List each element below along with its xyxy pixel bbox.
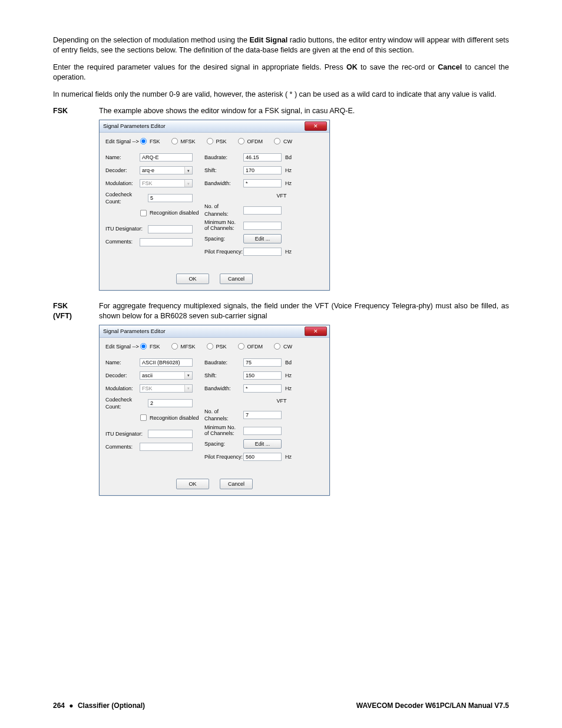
baudrate-input[interactable]: 75	[243, 358, 282, 367]
edit-spacing-button[interactable]: Edit ...	[243, 439, 282, 449]
modulation-label: Modulation:	[105, 180, 140, 187]
baudrate-label: Baudrate:	[204, 359, 243, 366]
minchannels-input[interactable]	[243, 427, 282, 435]
pilot-input[interactable]: 560	[243, 453, 282, 461]
codecheck-input[interactable]: 2	[148, 399, 193, 407]
cancel-button[interactable]: Cancel	[220, 274, 253, 284]
modulation-select[interactable]: FSK▾	[140, 179, 193, 187]
ok-button[interactable]: OK	[176, 479, 209, 489]
radio-cw-label: CW	[283, 138, 292, 145]
radio-cw[interactable]: CW	[273, 342, 292, 350]
radio-cw[interactable]: CW	[273, 137, 292, 145]
radio-mfsk[interactable]: MFSK	[171, 137, 196, 145]
vft-text: For aggregate frequency multiplexed sign…	[99, 301, 509, 321]
comments-input[interactable]	[140, 238, 193, 246]
channels-input[interactable]: 7	[243, 411, 282, 419]
bandwidth-input[interactable]: *	[243, 179, 282, 187]
close-button[interactable]: ✕	[305, 327, 327, 336]
pilot-input[interactable]	[243, 248, 282, 256]
unit-hz: Hz	[285, 180, 296, 187]
minchannels-label: Minimum No.of Channels:	[204, 425, 243, 437]
p1a: Depending on the selection of modulation…	[53, 36, 250, 44]
close-button[interactable]: ✕	[305, 121, 327, 131]
bandwidth-label: Bandwidth:	[204, 180, 243, 187]
itu-label: ITU Designator:	[105, 225, 148, 232]
p1b: Edit Signal	[250, 36, 288, 44]
modulation-label: Modulation:	[105, 385, 140, 392]
shift-label: Shift:	[204, 167, 243, 174]
vft-group-label: VFT	[240, 192, 323, 199]
shift-input[interactable]: 150	[243, 371, 282, 380]
unit-hz: Hz	[285, 248, 296, 255]
radio-ofdm-label: OFDM	[247, 138, 263, 145]
radio-mfsk-label: MFSK	[181, 138, 196, 145]
radio-fsk[interactable]: FSK	[140, 137, 160, 145]
recognition-checkbox[interactable]: Recognition disabled	[140, 414, 204, 421]
radio-psk[interactable]: PSK	[206, 137, 227, 145]
recognition-label: Recognition disabled	[150, 209, 199, 216]
radio-ofdm[interactable]: OFDM	[237, 342, 263, 350]
decoder-select[interactable]: arq-e▾	[140, 166, 193, 174]
name-input[interactable]: ASCII (BR6028)	[140, 358, 193, 367]
radio-psk-label: PSK	[216, 343, 227, 350]
recognition-label: Recognition disabled	[150, 414, 199, 421]
baudrate-label: Baudrate:	[204, 154, 243, 161]
p2d: Cancel	[438, 63, 462, 71]
cancel-button[interactable]: Cancel	[220, 479, 253, 489]
shift-label: Shift:	[204, 372, 243, 379]
modulation-select[interactable]: FSK▾	[140, 384, 193, 393]
signal-editor-dialog-1: Signal Parameters Editor ✕ Edit Signal -…	[99, 120, 330, 291]
shift-input[interactable]: 170	[243, 166, 282, 174]
p2b: OK	[346, 63, 358, 71]
decoder-select[interactable]: ascii▾	[140, 371, 193, 380]
para-2: Enter the required parameter values for …	[53, 62, 509, 83]
codecheck-label: Codecheck Count:	[105, 191, 148, 205]
channels-label: No. of Channels:	[204, 408, 243, 422]
unit-bd: Bd	[285, 359, 296, 366]
para-3: In numerical fields only the number 0-9 …	[53, 90, 509, 100]
fsk-heading: FSK	[53, 106, 99, 116]
itu-label: ITU Designator:	[105, 430, 148, 437]
radio-fsk-label: FSK	[150, 138, 160, 145]
unit-hz: Hz	[285, 167, 296, 174]
pilot-label: Pilot Frequency:	[204, 453, 243, 460]
channels-input[interactable]	[243, 206, 282, 215]
comments-label: Comments:	[105, 443, 140, 450]
recognition-checkbox[interactable]: Recognition disabled	[140, 209, 204, 217]
pilot-label: Pilot Frequency:	[204, 248, 243, 255]
vft-heading: FSK(VFT)	[53, 301, 99, 321]
unit-bd: Bd	[285, 154, 296, 161]
close-icon: ✕	[313, 124, 318, 129]
para-1: Depending on the selection of modulation…	[53, 35, 509, 55]
radio-mfsk[interactable]: MFSK	[171, 342, 196, 350]
minchannels-input[interactable]	[243, 222, 282, 230]
baudrate-input[interactable]: 46.15	[243, 153, 282, 162]
fsk-text: The example above shows the editor windo…	[99, 106, 509, 116]
comments-input[interactable]	[140, 443, 193, 451]
unit-hz: Hz	[285, 372, 296, 379]
edit-signal-label: Edit Signal -->	[105, 138, 140, 145]
name-input[interactable]: ARQ-E	[140, 153, 193, 162]
minchannels-label: Minimum No.of Channels:	[204, 220, 243, 232]
radio-ofdm[interactable]: OFDM	[237, 137, 263, 145]
ok-button[interactable]: OK	[176, 274, 209, 284]
dialog-title: Signal Parameters Editor	[103, 123, 305, 130]
edit-spacing-button[interactable]: Edit ...	[243, 234, 282, 243]
itu-input[interactable]	[148, 225, 193, 233]
radio-fsk[interactable]: FSK	[140, 342, 160, 350]
p2c: to save the rec-ord or	[358, 63, 438, 71]
radio-psk[interactable]: PSK	[206, 342, 227, 350]
spacing-label: Spacing:	[204, 440, 243, 447]
radio-cw-label: CW	[283, 343, 292, 350]
name-label: Name:	[105, 154, 140, 161]
itu-input[interactable]	[148, 430, 193, 438]
signal-editor-dialog-2: Signal Parameters Editor ✕ Edit Signal -…	[99, 325, 330, 496]
unit-hz: Hz	[285, 385, 296, 392]
channels-label: No. of Channels:	[204, 203, 243, 217]
p2a: Enter the required parameter values for …	[53, 63, 346, 71]
comments-label: Comments:	[105, 238, 140, 245]
edit-signal-label: Edit Signal -->	[105, 343, 140, 350]
codecheck-input[interactable]: 5	[148, 194, 193, 202]
codecheck-label: Codecheck Count:	[105, 396, 148, 410]
bandwidth-input[interactable]: *	[243, 384, 282, 393]
